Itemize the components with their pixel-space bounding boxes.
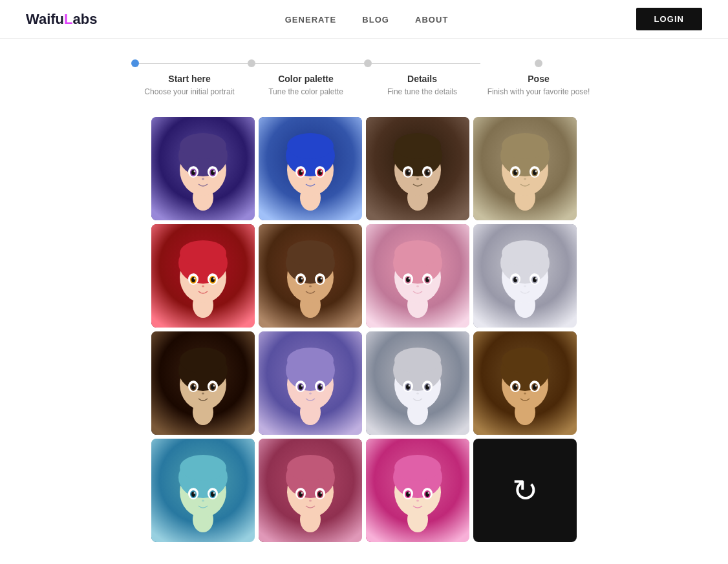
svg-point-152 [428,384,430,386]
portrait-13[interactable] [151,439,255,542]
svg-point-124 [213,384,215,386]
step-line-3 [372,63,480,64]
nav-about[interactable]: ABOUT [415,15,448,25]
portrait-6[interactable] [259,224,362,328]
step-dot-details [364,59,372,67]
svg-point-194 [321,492,323,494]
svg-point-68 [213,277,215,279]
nav-blog[interactable]: BLOG [362,15,389,25]
step-line-2 [255,63,364,64]
navbar: WaifuLabs GENERATE BLOG ABOUT LOGIN [0,0,728,39]
svg-point-97 [416,285,419,287]
step-sub-pose: Finish with your favorite pose! [487,87,590,98]
svg-point-50 [516,170,518,172]
svg-point-208 [428,492,430,494]
step-pose[interactable]: Pose Finish with your favorite pose! [480,59,597,98]
login-button[interactable]: LOGIN [636,8,702,30]
svg-point-139 [309,392,312,394]
svg-point-190 [301,492,303,494]
svg-point-36 [409,170,411,172]
portrait-4[interactable] [473,117,577,220]
portrait-11[interactable] [366,331,469,435]
svg-point-64 [194,277,196,279]
step-title-color: Color palette [278,74,334,84]
svg-point-60 [180,240,226,266]
svg-point-18 [287,133,334,159]
svg-point-116 [180,348,226,373]
svg-point-12 [213,170,215,172]
svg-point-125 [202,392,204,394]
logo[interactable]: WaifuLabs [26,11,97,28]
svg-point-74 [287,240,334,266]
svg-point-167 [524,392,526,394]
svg-point-180 [213,492,215,494]
step-title-start: Start here [168,74,210,84]
reload-button[interactable]: ↻ [473,439,577,542]
svg-point-92 [409,277,411,279]
step-dot-color [248,59,255,67]
svg-point-176 [194,492,196,494]
svg-point-46 [502,133,548,159]
svg-point-148 [409,384,411,386]
step-details[interactable]: Details Fine tune the details [364,59,480,98]
svg-point-106 [516,277,518,279]
portrait-5[interactable] [151,224,255,328]
svg-point-120 [194,384,196,386]
svg-point-78 [301,277,303,279]
svg-point-111 [524,285,526,287]
svg-point-162 [516,384,518,386]
svg-point-40 [428,170,430,172]
svg-point-69 [202,285,204,287]
nav-links: GENERATE BLOG ABOUT [285,14,449,25]
svg-point-88 [394,240,441,266]
step-sub-color: Tune the color palette [268,87,343,98]
svg-point-96 [428,277,430,279]
portrait-9[interactable] [151,331,255,435]
svg-point-110 [535,277,537,279]
portrait-3[interactable] [366,117,469,220]
svg-point-32 [394,133,441,159]
portrait-grid: ↻ [0,110,728,561]
svg-point-134 [301,384,303,386]
svg-point-8 [194,170,196,172]
step-dot-start [131,59,139,67]
svg-point-54 [535,170,537,172]
svg-point-22 [301,170,303,172]
portrait-7[interactable] [366,224,469,328]
step-sub-details: Fine tune the details [387,87,457,98]
svg-point-138 [321,384,323,386]
portrait-8[interactable] [473,224,577,328]
svg-point-26 [321,170,323,172]
svg-point-4 [180,133,226,159]
svg-point-166 [535,384,537,386]
svg-point-27 [309,178,312,180]
stepper: Start here Choose your initial portrait … [0,39,728,110]
portrait-14[interactable] [259,439,362,542]
svg-point-204 [409,492,411,494]
svg-point-41 [416,178,419,180]
step-dot-pose [535,59,542,67]
svg-point-102 [502,240,548,266]
svg-point-13 [202,178,204,180]
svg-point-55 [524,178,526,180]
portrait-2[interactable] [259,117,362,220]
svg-point-209 [416,499,419,501]
svg-point-82 [321,277,323,279]
svg-point-200 [394,455,441,481]
svg-point-153 [416,392,419,394]
svg-point-130 [287,348,334,373]
portrait-12[interactable] [473,331,577,435]
portrait-15[interactable] [366,439,469,542]
step-title-details: Details [407,74,437,84]
svg-point-181 [202,499,204,501]
svg-point-144 [394,348,441,373]
nav-generate[interactable]: GENERATE [285,15,337,25]
step-color[interactable]: Color palette Tune the color palette [248,59,364,98]
step-start[interactable]: Start here Choose your initial portrait [131,59,248,98]
portrait-10[interactable] [259,331,362,435]
portrait-1[interactable] [151,117,255,220]
step-line-1 [139,63,248,64]
svg-point-172 [180,455,226,481]
reload-icon: ↻ [512,472,538,508]
step-title-pose: Pose [528,74,549,84]
